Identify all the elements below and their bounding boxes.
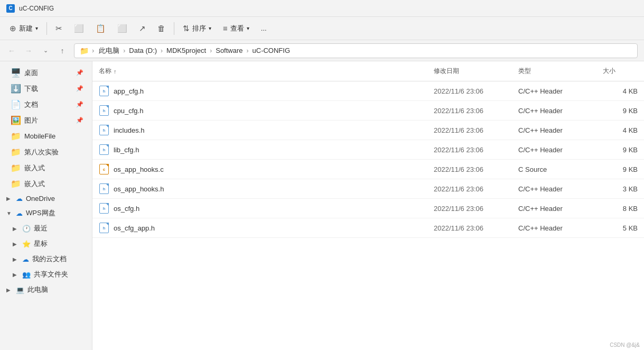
pin-icon-downloads: 📌 <box>76 85 83 92</box>
file-size-cell: 5 KB <box>596 220 644 236</box>
sidebar-item-embedded1[interactable]: 📁 嵌入式 <box>2 160 90 176</box>
documents-icon: 📄 <box>11 99 21 109</box>
file-date-cell: 2022/11/6 23:06 <box>427 83 512 99</box>
sidebar-group-onedrive-label: OneDrive <box>26 195 55 202</box>
file-date-cell: 2022/11/6 23:06 <box>427 200 512 217</box>
sidebar-item-recent[interactable]: ▶ 🕐 最近 <box>2 221 90 236</box>
file-type-cell: C/C++ Header <box>512 103 596 119</box>
mydocs-icon: ☁ <box>22 255 29 263</box>
onedrive-cloud-icon: ☁ <box>16 195 23 202</box>
shared-icon: 👥 <box>22 271 31 279</box>
file-type-icon: h <box>99 86 109 96</box>
sidebar-group-mypc[interactable]: ▶ 💻 此电脑 <box>2 282 90 297</box>
file-size-cell: 4 KB <box>596 83 644 99</box>
breadcrumb-item-drive[interactable]: Data (D:) <box>127 45 158 56</box>
breadcrumb-item-software[interactable]: Software <box>214 45 244 56</box>
file-name: cpu_cfg.h <box>114 107 143 115</box>
file-name: os_cfg_app.h <box>114 224 155 232</box>
file-name-cell: h app_cfg.h <box>92 81 427 100</box>
table-row[interactable]: h os_cfg_app.h 2022/11/6 23:06 C/C++ Hea… <box>92 218 644 238</box>
breadcrumb[interactable]: 📁 › 此电脑 › Data (D:) › MDK5project › Soft… <box>74 43 638 58</box>
copy-button[interactable]: ⬜ <box>69 20 89 37</box>
sidebar-item-mydocs[interactable]: ▶ ☁ 我的云文档 <box>2 252 90 266</box>
new-button[interactable]: ⊕ 新建 ▾ <box>4 20 43 37</box>
sidebar-item-downloads-label: 下载 <box>24 84 38 94</box>
sidebar-item-downloads[interactable]: ⬇️ 下载 📌 <box>2 81 90 96</box>
sidebar-item-desktop[interactable]: 🖥️ 桌面 📌 <box>2 65 90 80</box>
file-rows-container: h app_cfg.h 2022/11/6 23:06 C/C++ Header… <box>92 81 644 238</box>
cut-button[interactable]: ✂ <box>50 20 68 37</box>
sort-icon: ⇅ <box>183 24 190 33</box>
file-name: includes.h <box>114 126 145 134</box>
table-row[interactable]: h lib_cfg.h 2022/11/6 23:06 C/C++ Header… <box>92 140 644 160</box>
starred-icon: ⭐ <box>22 240 31 248</box>
breadcrumb-item-ucconfig[interactable]: uC-CONFIG <box>251 45 292 56</box>
onedrive-expand-icon: ▶ <box>6 196 13 201</box>
paste-button[interactable]: 📋 <box>90 20 111 37</box>
wps-cloud-icon: ☁ <box>16 209 23 217</box>
nav-bar: ← → ⌄ ↑ 📁 › 此电脑 › Data (D:) › MDK5projec… <box>0 40 644 61</box>
up-button[interactable]: ↑ <box>55 43 70 58</box>
sidebar-item-mobilefile[interactable]: 📁 MobileFile <box>2 128 90 144</box>
rename-button[interactable]: ⬜ <box>112 20 133 37</box>
breadcrumb-sep-3: › <box>210 47 212 54</box>
table-row[interactable]: c os_app_hooks.c 2022/11/6 23:06 C Sourc… <box>92 160 644 179</box>
sidebar-item-starred[interactable]: ▶ ⭐ 星标 <box>2 236 90 251</box>
file-size-cell: 9 KB <box>596 161 644 178</box>
file-date-cell: 2022/11/6 23:06 <box>427 220 512 236</box>
file-type-cell: C/C++ Header <box>512 200 596 217</box>
header-name[interactable]: 名称 ↑ <box>92 65 427 78</box>
file-icon-wrapper: c <box>99 164 109 174</box>
file-type-cell: C/C++ Header <box>512 122 596 139</box>
file-size-cell: 9 KB <box>596 142 644 158</box>
sidebar-item-embedded2[interactable]: 📁 嵌入式 <box>2 176 90 191</box>
table-row[interactable]: h cpu_cfg.h 2022/11/6 23:06 C/C++ Header… <box>92 101 644 121</box>
sidebar-item-pictures-label: 图片 <box>24 116 38 125</box>
table-row[interactable]: h os_app_hooks.h 2022/11/6 23:06 C/C++ H… <box>92 179 644 199</box>
more-button[interactable]: ... <box>256 20 272 37</box>
copy-icon: ⬜ <box>74 24 84 33</box>
file-name-cell: h os_cfg_app.h <box>92 218 427 237</box>
header-size[interactable]: 大小 <box>596 65 644 78</box>
sidebar-item-exp8-label: 第八次实验 <box>24 148 59 157</box>
breadcrumb-item-project[interactable]: MDK5project <box>165 45 208 56</box>
separator-1 <box>46 22 47 35</box>
sort-label: 排序 <box>192 24 206 33</box>
sidebar-item-embedded2-label: 嵌入式 <box>24 179 45 189</box>
back-button[interactable]: ← <box>4 43 19 58</box>
sidebar-item-pictures[interactable]: 🖼️ 图片 📌 <box>2 113 90 128</box>
table-row[interactable]: h os_cfg.h 2022/11/6 23:06 C/C++ Header … <box>92 199 644 218</box>
header-size-label: 大小 <box>603 67 615 76</box>
file-icon-wrapper: h <box>99 125 109 135</box>
sidebar-group-wps[interactable]: ▼ ☁ WPS网盘 <box>2 206 90 220</box>
file-name-cell: h includes.h <box>92 121 427 140</box>
header-date[interactable]: 修改日期 <box>427 65 512 78</box>
file-type-icon: h <box>99 183 109 194</box>
rename-icon: ⬜ <box>117 24 127 33</box>
share-button[interactable]: ↗ <box>134 20 151 37</box>
pictures-icon: 🖼️ <box>11 115 21 125</box>
pin-icon-desktop: 📌 <box>76 69 83 76</box>
expand-button[interactable]: ⌄ <box>38 43 53 58</box>
delete-button[interactable]: 🗑 <box>152 20 171 37</box>
view-button[interactable]: ≡ 查看 ▾ <box>218 20 255 37</box>
starred-expand-icon: ▶ <box>13 241 19 247</box>
table-row[interactable]: h app_cfg.h 2022/11/6 23:06 C/C++ Header… <box>92 81 644 101</box>
main-layout: 🖥️ 桌面 📌 ⬇️ 下载 📌 📄 文档 📌 🖼️ 图片 📌 📁 MobileF… <box>0 61 644 350</box>
file-name-cell: c os_app_hooks.c <box>92 160 427 179</box>
downloads-icon: ⬇️ <box>11 84 21 94</box>
sidebar-item-exp8[interactable]: 📁 第八次实验 <box>2 144 90 160</box>
view-dropdown-icon: ▾ <box>247 25 249 31</box>
sidebar-item-shared[interactable]: ▶ 👥 共享文件夹 <box>2 267 90 282</box>
breadcrumb-sep-1: › <box>123 47 125 54</box>
sort-button[interactable]: ⇅ 排序 ▾ <box>178 20 217 37</box>
header-type[interactable]: 类型 <box>512 65 596 78</box>
sidebar-group-onedrive[interactable]: ▶ ☁ OneDrive <box>2 192 90 205</box>
file-icon-wrapper: h <box>99 223 109 233</box>
file-area: 名称 ↑ 修改日期 类型 大小 h app_cfg.h 2022/11/6 23… <box>92 61 644 350</box>
embedded1-icon: 📁 <box>11 163 21 173</box>
forward-button[interactable]: → <box>21 43 36 58</box>
breadcrumb-item-computer[interactable]: 此电脑 <box>97 45 121 57</box>
table-row[interactable]: h includes.h 2022/11/6 23:06 C/C++ Heade… <box>92 121 644 140</box>
sidebar-item-documents[interactable]: 📄 文档 📌 <box>2 97 90 112</box>
